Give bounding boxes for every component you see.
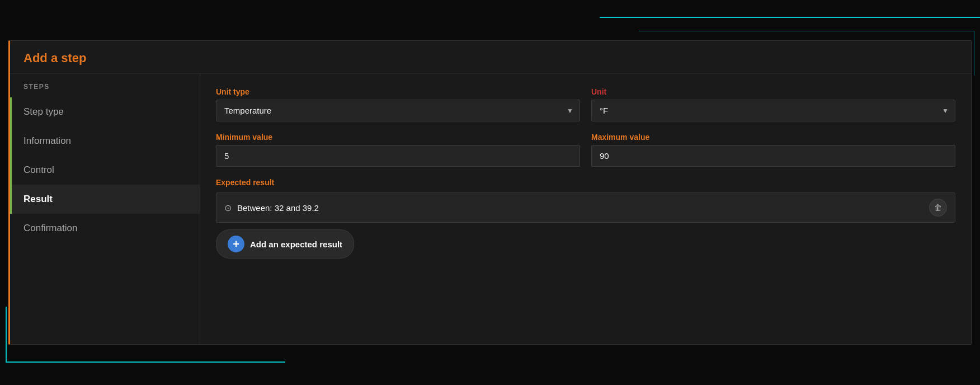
result-between-icon: ⊙ (224, 203, 232, 213)
unit-select-wrapper: °F °C K ▼ (591, 100, 955, 121)
modal-header: Add a step (10, 41, 971, 74)
add-expected-result-button[interactable]: + Add an expected result (216, 229, 354, 259)
unit-type-select[interactable]: Temperature Pressure Length Weight (216, 100, 580, 121)
modal-title: Add a step (23, 51, 958, 65)
sidebar-item-information[interactable]: Information (10, 126, 200, 156)
add-expected-result-label: Add an expected result (250, 240, 342, 249)
steps-sidebar: STEPS Step type Information Control Resu… (10, 74, 200, 344)
expected-result-item: ⊙ Between: 32 and 39.2 🗑 (216, 192, 955, 223)
sidebar-item-step-type[interactable]: Step type (10, 97, 200, 126)
sidebar-item-result[interactable]: Result (10, 185, 200, 214)
unit-group: Unit °F °C K ▼ (591, 87, 955, 121)
value-row: Minimum value Maximum value (216, 133, 955, 167)
min-value-label: Minimum value (216, 133, 580, 142)
expected-result-label: Expected result (216, 178, 955, 187)
trash-icon: 🗑 (934, 203, 942, 212)
max-value-label: Maximum value (591, 133, 955, 142)
add-step-modal: Add a step STEPS Step type Information C… (8, 40, 972, 345)
sidebar-item-information-label: Information (23, 135, 71, 147)
min-value-input[interactable] (216, 145, 580, 167)
sidebar-section-label: STEPS (10, 83, 200, 97)
unit-type-group: Unit type Temperature Pressure Length We… (216, 87, 580, 121)
sidebar-item-confirmation-label: Confirmation (23, 223, 77, 234)
sidebar-item-confirmation[interactable]: Confirmation (10, 214, 200, 243)
content-area: Unit type Temperature Pressure Length We… (200, 74, 971, 344)
result-between-text: Between: 32 and 39.2 (237, 203, 929, 213)
delete-result-button[interactable]: 🗑 (929, 199, 947, 217)
modal-body: STEPS Step type Information Control Resu… (10, 74, 971, 344)
sidebar-item-result-label: Result (23, 194, 53, 205)
unit-row: Unit type Temperature Pressure Length We… (216, 87, 955, 121)
sidebar-item-control-label: Control (23, 165, 54, 176)
min-value-group: Minimum value (216, 133, 580, 167)
sidebar-item-control[interactable]: Control (10, 156, 200, 185)
max-value-group: Maximum value (591, 133, 955, 167)
unit-type-select-wrapper: Temperature Pressure Length Weight ▼ (216, 100, 580, 121)
unit-label: Unit (591, 87, 955, 96)
add-circle-icon: + (228, 236, 244, 252)
sidebar-item-step-type-label: Step type (23, 106, 64, 118)
unit-type-label: Unit type (216, 87, 580, 96)
max-value-input[interactable] (591, 145, 955, 167)
unit-select[interactable]: °F °C K (591, 100, 955, 121)
expected-result-section: Expected result ⊙ Between: 32 and 39.2 🗑… (216, 178, 955, 259)
